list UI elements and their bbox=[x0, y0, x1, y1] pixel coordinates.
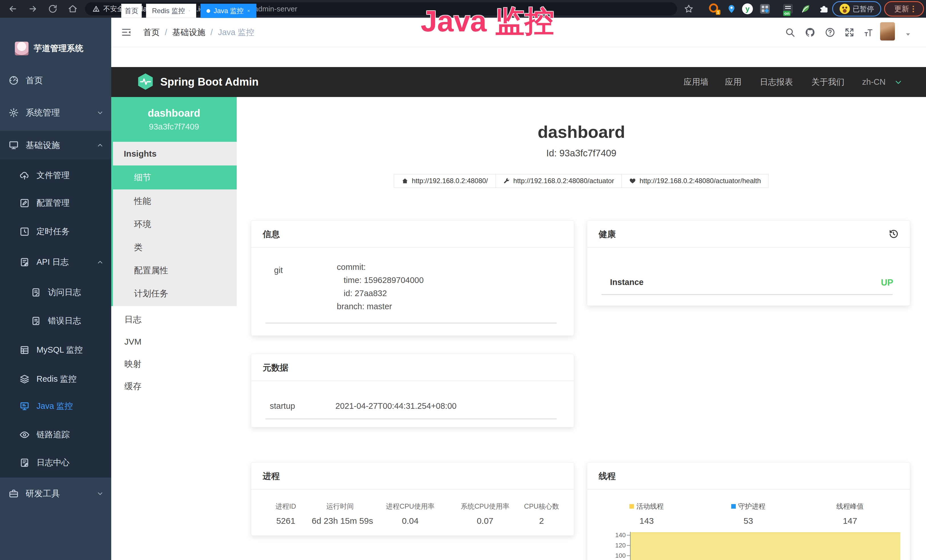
extensions-puzzle-icon[interactable] bbox=[819, 3, 829, 14]
sidebar-item-label: 日志中心 bbox=[36, 457, 70, 468]
sba-logo-icon bbox=[136, 73, 154, 91]
sidebar-item-home[interactable]: 首页 bbox=[0, 66, 111, 95]
font-size-icon[interactable] bbox=[863, 27, 873, 38]
sidebar-item-java-monitor[interactable]: Java 监控 bbox=[0, 392, 111, 421]
sidebar-item-tracing[interactable]: 链路追踪 bbox=[0, 421, 111, 449]
breadcrumb-separator: / bbox=[165, 28, 167, 37]
sba-nav-about[interactable]: 关于我们 bbox=[811, 67, 844, 97]
profile-paused-label: 已暂停 bbox=[853, 4, 874, 14]
chevron-down-icon bbox=[96, 109, 104, 117]
sidebar-item-access-log[interactable]: 访问日志 bbox=[0, 278, 111, 307]
sidebar-collapse-icon[interactable] bbox=[121, 27, 132, 38]
extension-leaf-icon[interactable] bbox=[800, 3, 811, 14]
menu-item-mappings[interactable]: 映射 bbox=[111, 353, 237, 375]
sidebar-item-infra[interactable]: 基础设施 bbox=[0, 131, 111, 159]
search-icon[interactable] bbox=[785, 27, 795, 38]
sidebar-item-label: 定时任务 bbox=[36, 226, 70, 238]
legend-peak-threads: 线程峰值 bbox=[799, 502, 901, 511]
process-table-header: 进程ID 运行时间 进程CPU使用率 系统CPU使用率 CPU核心数 bbox=[260, 502, 565, 511]
sba-nav-journal[interactable]: 日志报表 bbox=[760, 67, 793, 97]
sba-language-select[interactable]: zh-CN bbox=[862, 67, 885, 97]
breadcrumb-infra[interactable]: 基础设施 bbox=[172, 27, 205, 38]
browser-home-icon[interactable] bbox=[68, 4, 77, 14]
close-icon[interactable] bbox=[247, 8, 250, 14]
ytick-120: 120 bbox=[601, 542, 626, 549]
history-icon[interactable] bbox=[888, 229, 899, 239]
tab-java-monitor[interactable]: Java 监控 bbox=[200, 4, 256, 18]
tab-label: Java 监控 bbox=[213, 6, 244, 15]
user-avatar[interactable] bbox=[880, 22, 895, 41]
extension-grid-icon[interactable] bbox=[760, 3, 770, 14]
menu-item-scheduled-tasks[interactable]: 计划任务 bbox=[113, 282, 237, 305]
security-label: 不安全 bbox=[103, 4, 124, 14]
sidebar-item-api-log[interactable]: API 日志 bbox=[0, 248, 111, 277]
info-row-label: git bbox=[274, 266, 283, 275]
bookmark-star-icon[interactable] bbox=[684, 4, 694, 14]
browser-menu-icon[interactable] bbox=[912, 6, 914, 12]
app-title: 芋道管理系统 bbox=[34, 43, 83, 54]
tab-redis-monitor[interactable]: Redis 监控 bbox=[146, 4, 196, 18]
sidebar-item-config-mgmt[interactable]: 配置管理 bbox=[0, 189, 111, 217]
home-icon bbox=[401, 177, 409, 184]
menu-item-metrics[interactable]: 性能 bbox=[113, 189, 237, 212]
toolbox-icon bbox=[9, 488, 19, 499]
app-logo[interactable]: 芋道管理系统 bbox=[15, 42, 83, 55]
language-chevron-icon[interactable] bbox=[894, 77, 903, 87]
close-icon[interactable] bbox=[189, 8, 190, 14]
chevron-up-icon bbox=[96, 259, 104, 266]
row-divider bbox=[601, 294, 893, 295]
extension-orange-icon[interactable]: 1 bbox=[708, 3, 719, 14]
avatar-caret-icon[interactable] bbox=[905, 31, 911, 38]
eye-icon bbox=[20, 430, 30, 440]
sidebar-item-dev-tools[interactable]: 研发工具 bbox=[0, 479, 111, 508]
sba-brand[interactable]: Spring Boot Admin bbox=[160, 67, 259, 97]
monitor-icon bbox=[9, 140, 19, 150]
profile-paused-chip[interactable]: 已暂停 bbox=[832, 1, 881, 17]
browser-reload-icon[interactable] bbox=[48, 4, 57, 14]
sidebar-item-scheduled-jobs[interactable]: 定时任务 bbox=[0, 217, 111, 246]
layers-icon bbox=[20, 374, 30, 384]
instance-header[interactable]: dashboard 93a3fc7f7409 bbox=[111, 97, 237, 142]
sidebar-item-error-log[interactable]: 错误日志 bbox=[0, 307, 111, 335]
sidebar-item-log-center[interactable]: 日志中心 bbox=[0, 448, 111, 477]
extension-green-circle-icon[interactable]: y bbox=[742, 3, 753, 14]
service-url-chip[interactable]: http://192.168.0.2:48080/ bbox=[394, 174, 496, 188]
annotation-java-monitor: Java 监控 bbox=[421, 2, 554, 42]
help-icon[interactable] bbox=[825, 27, 835, 38]
extension-pin-icon[interactable] bbox=[726, 3, 737, 14]
instance-id: 93a3fc7f7409 bbox=[149, 122, 199, 132]
fullscreen-icon[interactable] bbox=[844, 27, 855, 38]
sidebar-item-file-mgmt[interactable]: 文件管理 bbox=[0, 161, 111, 190]
page-instance-id: Id: 93a3fc7f7409 bbox=[237, 148, 926, 159]
menu-item-classes[interactable]: 类 bbox=[113, 236, 237, 259]
sba-nav-applications[interactable]: 应用 bbox=[725, 67, 741, 97]
sidebar-item-system[interactable]: 系统管理 bbox=[0, 98, 111, 127]
menu-item-details[interactable]: 细节 bbox=[113, 165, 237, 189]
menu-item-environment[interactable]: 环境 bbox=[113, 212, 237, 236]
menu-item-caches[interactable]: 缓存 bbox=[111, 375, 237, 397]
tab-label: Redis 监控 bbox=[152, 6, 185, 15]
browser-forward-icon[interactable] bbox=[28, 4, 38, 14]
extension-list-icon[interactable]: on bbox=[782, 3, 793, 14]
tab-home[interactable]: 首页 bbox=[121, 4, 142, 18]
health-url-chip[interactable]: http://192.168.0.2:48080/actuator/health bbox=[622, 174, 769, 188]
menu-item-config-props[interactable]: 配置属性 bbox=[113, 259, 237, 282]
chrome-update-button[interactable]: 更新 bbox=[884, 1, 924, 17]
sidebar-item-redis-monitor[interactable]: Redis 监控 bbox=[0, 365, 111, 394]
menu-item-logs[interactable]: 日志 bbox=[111, 309, 237, 331]
sba-nav-wallboard[interactable]: 应用墙 bbox=[684, 67, 708, 97]
menu-item-jvm[interactable]: JVM bbox=[111, 331, 237, 353]
threads-card-title: 线程 bbox=[587, 462, 910, 490]
sidebar-item-label: 链路追踪 bbox=[36, 429, 70, 440]
actuator-url-chip[interactable]: http://192.168.0.2:48080/actuator bbox=[495, 174, 622, 188]
breadcrumb-home[interactable]: 首页 bbox=[143, 27, 160, 38]
sidebar-item-mysql-monitor[interactable]: MySQL 监控 bbox=[0, 336, 111, 364]
process-table-row: 5261 6d 23h 15m 59s 0.04 0.07 2 bbox=[260, 516, 565, 526]
health-card: 健康 Instance UP bbox=[587, 220, 910, 306]
log-icon bbox=[20, 257, 30, 267]
browser-back-icon[interactable] bbox=[8, 4, 18, 14]
chrome-update-label: 更新 bbox=[894, 4, 909, 14]
metadata-card-title: 元数据 bbox=[251, 354, 574, 381]
menu-section-insights[interactable]: Insights bbox=[113, 142, 237, 165]
github-icon[interactable] bbox=[805, 27, 816, 38]
